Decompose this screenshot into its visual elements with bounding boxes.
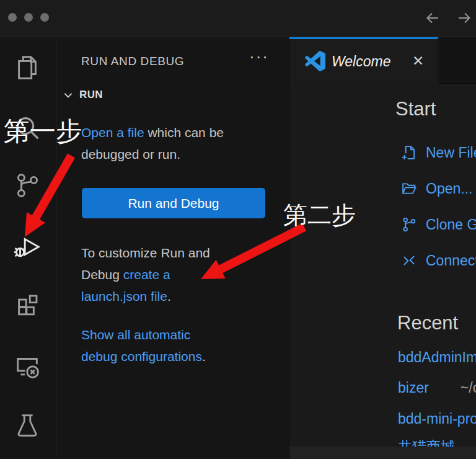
run-and-debug-button[interactable]: Run and Debug — [82, 188, 265, 218]
vscode-logo-icon — [305, 51, 325, 71]
open-folder-icon — [400, 180, 418, 197]
tab-strip-empty — [439, 37, 476, 84]
show-configs-suffix: . — [202, 349, 206, 363]
run-section-header[interactable]: RUN — [63, 89, 103, 101]
remote-explorer-icon — [13, 352, 42, 381]
show-configs-hint: Show all automatic debug configurations. — [81, 324, 227, 367]
recent-heading: Recent — [397, 312, 458, 334]
start-item-label: New File... — [426, 145, 476, 161]
start-heading: Start — [395, 98, 436, 120]
remote-connect-icon — [400, 252, 418, 269]
open-file-hint: Open a file which can be debugged or run… — [81, 122, 227, 165]
welcome-page: Start New File... Open... Clone Git Repo… — [289, 84, 476, 459]
activity-extensions[interactable] — [12, 290, 43, 321]
recent-item-name: bizer — [398, 380, 429, 396]
recent-item-path: ~/code — [461, 380, 476, 396]
start-item-clone[interactable]: Clone Git Repository... — [400, 216, 476, 233]
recent-item[interactable]: bdd-mini-program — [398, 411, 476, 427]
activity-source-control[interactable] — [12, 170, 43, 201]
panel-title: RUN AND DEBUG — [81, 55, 184, 68]
start-item-label: Open... — [426, 180, 472, 197]
arrow-left-icon — [422, 7, 443, 29]
show-all-configs-link[interactable]: Show all automatic debug configurations — [81, 328, 202, 363]
activity-explorer[interactable] — [12, 52, 43, 83]
testing-flask-icon — [13, 411, 42, 439]
extensions-icon — [13, 292, 42, 320]
tab-close-icon[interactable]: ✕ — [412, 53, 424, 69]
minimize-window-button[interactable] — [24, 13, 33, 22]
new-file-icon — [400, 144, 418, 161]
close-window-button[interactable] — [8, 13, 17, 22]
arrow-right-icon — [454, 7, 475, 29]
navigate-forward-button[interactable] — [454, 7, 475, 29]
tab-title: Welcome — [332, 53, 390, 70]
activity-run-and-debug[interactable] — [12, 231, 43, 262]
activity-bar — [0, 37, 56, 459]
open-a-file-link[interactable]: Open a file — [81, 125, 144, 140]
customize-hint-suffix: . — [167, 289, 171, 303]
start-item-new-file[interactable]: New File... — [400, 144, 476, 161]
recent-item-name: bddAdminImport — [398, 349, 476, 366]
editor-group: Welcome ✕ Start New File... Open... Clon… — [289, 37, 476, 459]
annotation-step2: 第二步 — [283, 198, 356, 232]
tab-welcome[interactable]: Welcome ✕ — [289, 37, 438, 84]
start-item-open[interactable]: Open... — [400, 180, 472, 197]
recent-item[interactable]: bddAdminImport — [398, 349, 476, 366]
recent-item-name: bdd-mini-program — [398, 411, 476, 427]
explorer-files-icon — [13, 53, 42, 82]
run-and-debug-icon — [13, 233, 42, 261]
start-item-label: Clone Git Repository... — [426, 216, 476, 233]
activity-remote-explorer[interactable] — [12, 351, 43, 382]
start-item-label: Connect to... — [426, 252, 476, 269]
annotation-step1: 第一步 — [4, 114, 82, 149]
source-control-icon — [13, 171, 42, 200]
activity-testing[interactable] — [12, 409, 43, 440]
customize-hint: To customize Run and Debug create a laun… — [81, 242, 227, 307]
start-item-connect[interactable]: Connect to... — [400, 252, 476, 269]
title-bar — [0, 0, 476, 37]
editor-bottom-strip — [289, 447, 476, 459]
window-controls — [8, 13, 49, 22]
run-section-label: RUN — [79, 89, 103, 101]
more-actions-button[interactable]: ··· — [249, 48, 269, 65]
recent-item[interactable]: bizer ~/code — [398, 380, 476, 396]
chevron-down-icon — [63, 89, 74, 100]
run-and-debug-panel: RUN AND DEBUG ··· RUN Open a file which … — [56, 37, 289, 459]
git-branch-icon — [400, 216, 418, 233]
maximize-window-button[interactable] — [40, 13, 49, 22]
navigate-back-button[interactable] — [422, 7, 443, 29]
